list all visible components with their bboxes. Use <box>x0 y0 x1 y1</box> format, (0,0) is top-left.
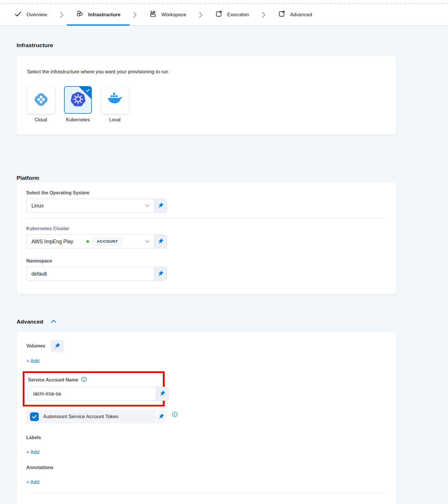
tab-label: Infrastructure <box>88 12 121 18</box>
tab-infrastructure[interactable]: Infrastructure <box>73 4 124 26</box>
stage-tab-bar: Overview Infrastructure Workspace <box>0 4 448 26</box>
platform-card: Select the Operating System Linux Kubern… <box>17 182 396 294</box>
selected-check-icon <box>85 88 90 94</box>
chevron-right-icon <box>198 11 203 19</box>
advanced-card: Volumes + Add Service Account Name <box>17 332 396 504</box>
connected-status-dot <box>86 240 89 243</box>
chevron-right-icon <box>133 11 137 19</box>
add-annotations-link[interactable]: + Add <box>26 479 39 485</box>
stack-icon <box>149 10 157 19</box>
tab-workspace[interactable]: Workspace <box>146 4 189 26</box>
collapse-chevron-up-icon[interactable] <box>51 319 56 324</box>
os-select-value: Linux <box>27 203 44 209</box>
divider <box>26 218 386 218</box>
automount-row: Automount Service Account Token <box>26 410 167 423</box>
cluster-label: Kubernetes Cluster <box>26 226 396 231</box>
pin-button[interactable] <box>154 199 167 212</box>
check-icon <box>14 10 22 19</box>
chevron-right-icon <box>261 11 266 19</box>
automount-label: Automount Service Account Token <box>43 414 119 420</box>
tile-local[interactable] <box>101 86 129 114</box>
namespace-input[interactable] <box>27 267 154 281</box>
infra-option-cloud: Cloud <box>27 86 55 123</box>
service-account-highlight-box: Service Account Name <box>23 371 165 407</box>
divider <box>31 493 387 493</box>
infrastructure-card: Select the infrastructure where you want… <box>17 56 396 135</box>
tile-kubernetes[interactable] <box>64 86 92 114</box>
infrastructure-options: Cloud <box>27 86 386 123</box>
tab-overview[interactable]: Overview <box>11 4 50 26</box>
info-icon[interactable] <box>172 411 178 418</box>
tab-advanced[interactable]: Advanced <box>275 4 315 26</box>
info-icon[interactable] <box>81 377 87 384</box>
cloud-icon <box>33 91 50 109</box>
infrastructure-heading: Infrastructure <box>17 42 448 49</box>
volumes-pin-button[interactable] <box>51 340 64 352</box>
chevron-down-icon <box>145 240 150 243</box>
pin-button[interactable] <box>154 267 167 281</box>
docker-icon <box>107 91 124 109</box>
tab-label: Execution <box>227 12 249 18</box>
automount-checkbox[interactable] <box>30 412 39 421</box>
os-label: Select the Operating System <box>26 190 396 196</box>
advanced-heading: Advanced <box>17 319 43 325</box>
volumes-label: Volumes <box>26 343 45 349</box>
tab-label: Workspace <box>161 12 186 18</box>
service-account-label: Service Account Name <box>28 377 78 383</box>
chevron-right-icon <box>59 11 64 19</box>
infra-option-local: Local <box>101 86 129 123</box>
add-labels-link[interactable]: + Add <box>26 449 39 455</box>
platform-heading: Platform <box>17 175 448 181</box>
tab-label: Overview <box>27 12 47 18</box>
tile-label-cloud: Cloud <box>35 117 47 123</box>
tab-label: Advanced <box>290 12 312 18</box>
stage-gear-icon <box>215 10 223 19</box>
tab-execution[interactable]: Execution <box>212 4 252 26</box>
pin-button[interactable] <box>156 387 168 400</box>
pipeline-canvas-dots <box>0 0 448 4</box>
cluster-select[interactable]: AWS ImpEng Play ACCOUNT <box>26 235 167 249</box>
chevron-down-icon <box>145 204 150 207</box>
labels-label: Labels <box>26 435 396 440</box>
annotations-label: Annotations <box>26 465 396 470</box>
pin-button[interactable] <box>154 410 167 423</box>
infra-option-kubernetes: Kubernetes <box>64 86 92 123</box>
namespace-field <box>26 267 167 281</box>
service-account-field <box>28 387 169 401</box>
active-tab-underline <box>67 24 130 26</box>
tile-label-kubernetes: Kubernetes <box>66 117 90 123</box>
cluster-select-value: AWS ImpEng Play <box>27 239 73 245</box>
infrastructure-description: Select the infrastructure where you want… <box>27 69 386 75</box>
hexagons-icon <box>76 10 84 19</box>
tile-cloud[interactable] <box>27 86 55 114</box>
account-scope-badge: ACCOUNT <box>93 238 122 245</box>
service-account-input[interactable] <box>28 387 156 400</box>
stage-gear-icon <box>278 10 285 19</box>
os-select[interactable]: Linux <box>26 199 167 213</box>
namespace-label: Namespace <box>26 258 396 264</box>
tile-label-local: Local <box>109 117 120 123</box>
add-volume-link[interactable]: + Add <box>26 358 39 364</box>
pin-button[interactable] <box>154 235 167 248</box>
